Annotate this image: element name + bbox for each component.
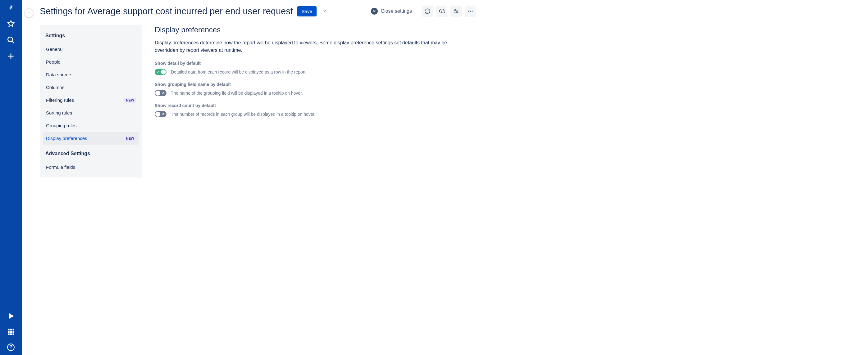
- pref-label: Show detail by default: [155, 61, 476, 66]
- toggle-show-detail[interactable]: [155, 69, 166, 75]
- toggle-show-grouping-field-name[interactable]: [155, 90, 166, 96]
- x-icon: [162, 112, 165, 116]
- settings-sliders-button[interactable]: [451, 6, 462, 17]
- close-settings-button[interactable]: Close settings: [371, 8, 412, 14]
- pref-show-record-count: Show record count by default The number …: [155, 103, 476, 117]
- check-icon: [156, 70, 159, 74]
- save-button[interactable]: Save: [297, 6, 316, 16]
- sidebar-item-formula-fields[interactable]: Formula fields: [43, 161, 139, 174]
- sidebar-item-general[interactable]: General: [43, 43, 139, 56]
- sidebar-item-display-preferences[interactable]: Display preferences NEW: [43, 132, 139, 145]
- search-icon[interactable]: [7, 36, 15, 44]
- sidebar-item-label: General: [46, 46, 62, 52]
- new-badge: NEW: [124, 98, 136, 103]
- app-logo-icon[interactable]: [7, 4, 15, 12]
- toggle-show-record-count[interactable]: [155, 111, 166, 117]
- refresh-button[interactable]: [422, 6, 433, 17]
- page-title-prefix: Settings for: [40, 6, 86, 16]
- star-icon[interactable]: [7, 20, 15, 28]
- svg-point-25: [468, 10, 469, 11]
- sidebar-item-label: Data source: [46, 72, 71, 77]
- sidebar-item-columns[interactable]: Columns: [43, 81, 139, 94]
- sidebar-item-data-source[interactable]: Data source: [43, 68, 139, 81]
- more-actions-button[interactable]: [465, 6, 476, 17]
- svg-line-1: [12, 41, 14, 43]
- pref-description: The name of the grouping field will be d…: [171, 91, 303, 96]
- pref-label: Show record count by default: [155, 103, 476, 108]
- svg-point-22: [455, 10, 456, 11]
- sidebar-item-sorting-rules[interactable]: Sorting rules: [43, 106, 139, 119]
- x-icon: [162, 91, 165, 95]
- sidebar-item-label: Columns: [46, 85, 64, 90]
- pref-description: Detailed data from each record will be d…: [171, 70, 307, 74]
- page-title: Settings for Average support cost incurr…: [40, 6, 293, 16]
- svg-point-0: [8, 37, 12, 42]
- settings-sidebar: Settings General People Data source Colu…: [40, 25, 142, 178]
- content-description: Display preferences determine how the re…: [155, 39, 459, 54]
- sidebar-heading-settings: Settings: [43, 31, 139, 43]
- sidebar-toggle[interactable]: [24, 8, 34, 18]
- svg-point-24: [456, 11, 457, 13]
- sidebar-heading-advanced: Advanced Settings: [43, 145, 139, 161]
- svg-point-27: [472, 10, 472, 11]
- sidebar-item-label: Sorting rules: [46, 110, 72, 115]
- sidebar-item-people[interactable]: People: [43, 56, 139, 68]
- page-header: Settings for Average support cost incurr…: [40, 6, 476, 17]
- svg-point-26: [470, 10, 471, 11]
- global-nav-rail: [0, 0, 22, 178]
- pref-label: Show grouping field name by default: [155, 82, 476, 87]
- close-settings-label: Close settings: [381, 8, 412, 14]
- new-badge: NEW: [124, 136, 136, 141]
- sidebar-item-label: Formula fields: [46, 165, 75, 170]
- sidebar-item-label: People: [46, 59, 61, 65]
- sidebar-item-filtering-rules[interactable]: Filtering rules NEW: [43, 94, 139, 106]
- pref-description: The number of records in each group will…: [171, 112, 315, 117]
- content-title: Display preferences: [155, 26, 476, 34]
- close-icon: [371, 8, 378, 14]
- download-button[interactable]: [436, 6, 447, 17]
- page-title-name: Average support cost incurred per end us…: [87, 6, 293, 16]
- content-panel: Display preferences Display preferences …: [155, 25, 476, 178]
- plus-icon[interactable]: [7, 52, 15, 60]
- save-dropdown-caret[interactable]: [321, 9, 329, 14]
- pref-show-detail: Show detail by default Detailed data fro…: [155, 61, 476, 75]
- sidebar-item-grouping-rules[interactable]: Grouping rules: [43, 119, 139, 132]
- sidebar-item-label: Display preferences: [46, 136, 87, 141]
- sidebar-item-label: Filtering rules: [46, 98, 74, 103]
- sidebar-item-label: Grouping rules: [46, 123, 76, 128]
- pref-show-grouping-field-name: Show grouping field name by default The …: [155, 82, 476, 96]
